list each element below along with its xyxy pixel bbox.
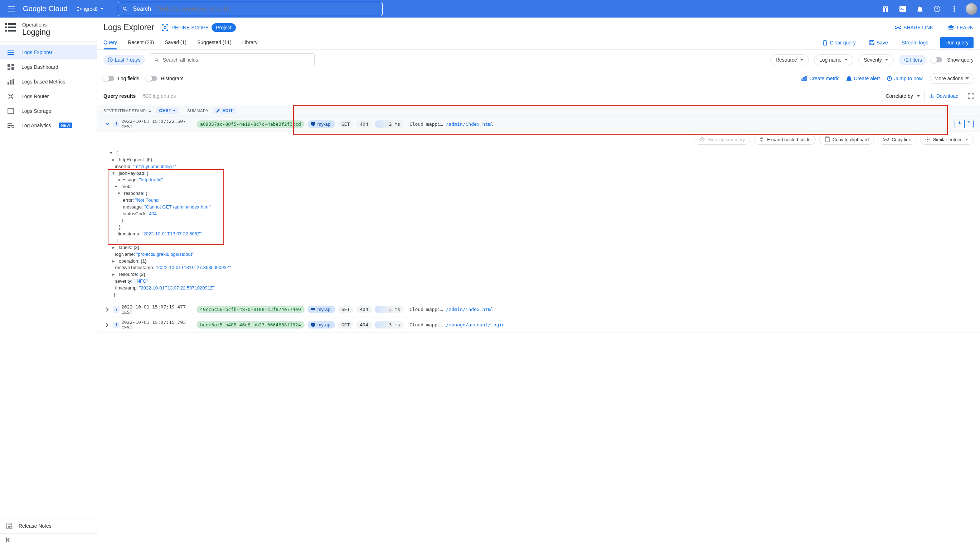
- create-metric-button[interactable]: Create metric: [802, 76, 839, 81]
- service-pill[interactable]: my-api: [307, 120, 335, 128]
- method-pill[interactable]: GET: [338, 321, 353, 329]
- tz-chip[interactable]: CEST: [156, 107, 178, 114]
- pin-icon-button[interactable]: [955, 120, 965, 128]
- more-filters-chip[interactable]: +2 filters: [899, 55, 926, 65]
- edit-summary-button[interactable]: EDIT: [213, 107, 236, 114]
- pin-button[interactable]: [955, 120, 974, 128]
- search-fields-input[interactable]: [163, 57, 311, 63]
- trace-pill[interactable]: 49cc6c56-bcfb-4870-8188-c3f874e774e9: [197, 306, 305, 313]
- create-alert-button[interactable]: Create alert: [846, 76, 880, 81]
- hide-summary-button[interactable]: Hide log summary: [694, 134, 751, 145]
- show-query-toggle[interactable]: [931, 57, 942, 62]
- method-pill[interactable]: GET: [338, 306, 353, 313]
- method-pill[interactable]: GET: [338, 120, 353, 128]
- service-pill[interactable]: my-api: [307, 306, 335, 313]
- more-actions-button[interactable]: More actions: [930, 73, 974, 84]
- nav-logs-router[interactable]: Logs Router: [0, 89, 97, 104]
- severity-indicator[interactable]: i: [111, 322, 121, 328]
- tree-toggle[interactable]: ▸: [112, 258, 118, 265]
- log-row-expanded[interactable]: i 2022-10-01 15:07:22.507 CEST a09357ac-…: [97, 117, 980, 132]
- log-row[interactable]: i 2022-10-01 15:07:15.793 CEST bcec3af5-…: [97, 318, 980, 333]
- expand-row-button[interactable]: [103, 323, 111, 327]
- copy-clipboard-button[interactable]: Copy to clipboard: [819, 134, 874, 145]
- gcloud-logo[interactable]: Google Cloud: [23, 5, 68, 13]
- column-header: SEVERITY TIMESTAMP CEST SUMMARY EDIT: [97, 105, 980, 117]
- latency-pill[interactable]: 3 ms: [375, 306, 404, 313]
- tree-toggle[interactable]: ▸: [112, 156, 118, 163]
- save-button[interactable]: Save: [868, 40, 889, 46]
- search-input[interactable]: [156, 6, 378, 12]
- tree-toggle[interactable]: ▾: [110, 150, 115, 156]
- expand-row-button[interactable]: [103, 307, 111, 312]
- tab-recent[interactable]: Recent (28): [128, 36, 154, 49]
- tree-toggle[interactable]: ▸: [112, 244, 118, 251]
- project-selector[interactable]: igrek8: [73, 5, 108, 13]
- service-pill[interactable]: my-api: [307, 321, 335, 329]
- help-button[interactable]: ?: [930, 2, 944, 16]
- avatar[interactable]: [966, 3, 977, 15]
- tab-suggested[interactable]: Suggested (11): [197, 36, 232, 49]
- logname-filter[interactable]: Log name: [814, 54, 853, 65]
- svg-point-59: [927, 139, 929, 140]
- status-pill[interactable]: 404: [356, 321, 372, 329]
- cloudshell-button[interactable]: [896, 2, 910, 16]
- collapse-sidebar[interactable]: [0, 533, 97, 546]
- svg-rect-28: [8, 69, 10, 70]
- tab-library[interactable]: Library: [242, 36, 258, 49]
- nav-logs-storage[interactable]: Logs Storage: [0, 104, 97, 118]
- latency-pill[interactable]: 3 ms: [375, 321, 404, 329]
- severity-indicator[interactable]: i: [111, 121, 121, 127]
- clear-query-button[interactable]: Clear query: [821, 40, 857, 46]
- pencil-icon: [216, 109, 220, 113]
- log-fields-toggle[interactable]: [103, 76, 114, 81]
- refine-scope-button[interactable]: REFINE SCOPE Project: [161, 23, 236, 32]
- project-icon: [77, 6, 82, 11]
- resource-filter[interactable]: Resource: [770, 54, 809, 65]
- share-link-button[interactable]: SHARE LINK: [895, 25, 933, 30]
- nav-logs-metrics[interactable]: Logs-based Metrics: [0, 75, 97, 89]
- stream-logs-button[interactable]: Stream logs: [900, 40, 930, 46]
- svg-rect-27: [11, 64, 14, 66]
- correlate-dropdown[interactable]: Correlate by: [881, 91, 924, 101]
- more-button[interactable]: [947, 2, 961, 16]
- run-query-button[interactable]: Run query: [940, 37, 974, 48]
- trace-pill[interactable]: bcec3af5-b485-46e8-bb27-0664868f1824: [197, 321, 305, 329]
- chevron-down-icon: [800, 59, 803, 61]
- log-row[interactable]: i 2022-10-01 15:07:19.477 CEST 49cc6c56-…: [97, 302, 980, 318]
- notifications-button[interactable]: [913, 2, 927, 16]
- status-pill[interactable]: 404: [356, 120, 372, 128]
- time-range-chip[interactable]: Last 7 days: [103, 55, 145, 65]
- similar-entries-button[interactable]: Similar entries: [920, 134, 974, 145]
- search-fields[interactable]: [150, 53, 315, 66]
- svg-rect-17: [5, 23, 7, 25]
- tab-saved[interactable]: Saved (1): [165, 36, 186, 49]
- download-button[interactable]: Download: [929, 93, 959, 99]
- status-pill[interactable]: 404: [356, 306, 372, 313]
- jump-to-now-button[interactable]: Jump to now: [887, 76, 923, 81]
- expand-fields-button[interactable]: Expand nested fields: [754, 134, 816, 145]
- histogram-toggle[interactable]: [146, 76, 157, 81]
- nav-label: Logs Storage: [21, 108, 51, 114]
- tree-toggle[interactable]: ▾: [115, 184, 120, 190]
- pin-dropdown[interactable]: [965, 120, 973, 128]
- collapse-row-button[interactable]: [103, 123, 111, 125]
- learn-button[interactable]: LEARN: [947, 25, 974, 30]
- tree-toggle[interactable]: ▾: [118, 190, 123, 197]
- tab-query[interactable]: Query: [103, 36, 117, 49]
- tree-toggle[interactable]: ▾: [112, 170, 118, 177]
- severity-indicator[interactable]: i: [111, 307, 121, 313]
- nav-logs-dashboard[interactable]: Logs Dashboard: [0, 59, 97, 75]
- searchbar[interactable]: Search: [118, 2, 383, 16]
- fullscreen-button[interactable]: [968, 93, 974, 99]
- latency-pill[interactable]: 2 ms: [375, 120, 404, 128]
- release-notes[interactable]: Release Notes: [0, 518, 97, 533]
- nav-logs-explorer[interactable]: Logs Explorer: [0, 45, 97, 59]
- severity-filter[interactable]: Severity: [858, 54, 894, 65]
- gift-button[interactable]: [878, 2, 892, 16]
- hamburger-menu[interactable]: [3, 0, 20, 18]
- copy-link-button[interactable]: Copy link: [878, 134, 916, 145]
- nav-log-analytics[interactable]: Log Analytics NEW: [0, 118, 97, 133]
- search-icon: [123, 6, 128, 12]
- trace-pill[interactable]: a09357ac-80f5-4e19-8c7c-4abe3f2f3ccd: [197, 120, 305, 128]
- tree-toggle[interactable]: ▸: [112, 271, 118, 278]
